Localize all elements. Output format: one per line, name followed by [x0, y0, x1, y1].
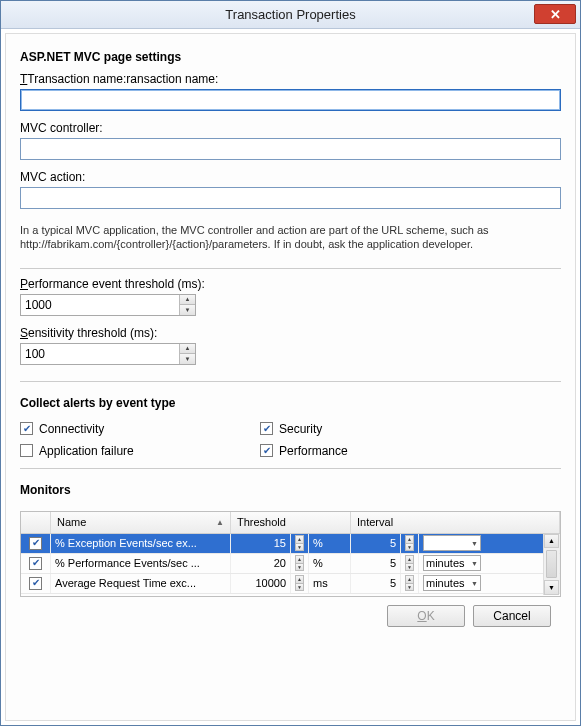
spinner-up-icon[interactable]: ▲ — [180, 295, 195, 306]
security-checkbox-row[interactable]: Security — [260, 422, 500, 436]
row-checkbox[interactable] — [29, 557, 42, 570]
col-header-check[interactable] — [21, 512, 51, 533]
monitors-header: Name ▲ Threshold Interval — [21, 512, 560, 534]
mvc-action-label: MVC action: — [20, 170, 561, 184]
row-interval-unit-select[interactable]: minutes▼ — [423, 575, 481, 591]
mvc-controller-input[interactable] — [20, 138, 561, 160]
transaction-name-input[interactable] — [20, 89, 561, 111]
separator-3 — [20, 468, 561, 469]
spinner-up-icon[interactable]: ▲ — [180, 344, 195, 355]
spinner-up-icon[interactable]: ▲ — [295, 535, 304, 543]
separator-2 — [20, 381, 561, 382]
perf-threshold-field: Performance event threshold (ms): ▲ ▼ — [20, 277, 561, 316]
spinner-down-icon[interactable]: ▼ — [295, 543, 304, 552]
monitors-body: % Exception Events/sec ex...15▲▼%5▲▼minu… — [21, 534, 560, 596]
scroll-down-icon[interactable]: ▼ — [544, 580, 559, 595]
row-name: % Exception Events/sec ex... — [51, 534, 231, 553]
mvc-action-field: MVC action: — [20, 170, 561, 209]
spinner-up-icon[interactable]: ▲ — [295, 555, 304, 563]
spinner-down-icon[interactable]: ▼ — [180, 305, 195, 315]
dialog-footer: OK Cancel — [20, 597, 561, 635]
row-threshold-value[interactable]: 10000 — [231, 574, 291, 593]
row-interval-value[interactable]: 5 — [351, 574, 401, 593]
connectivity-checkbox-row[interactable]: Connectivity — [20, 422, 260, 436]
alerts-heading: Collect alerts by event type — [20, 396, 561, 410]
row-interval-unit-select[interactable]: minutes▼ — [423, 555, 481, 571]
chevron-down-icon: ▼ — [471, 540, 478, 547]
transaction-name-field: TTransaction name:Transaction name:ransa… — [20, 72, 561, 111]
spinner-down-icon[interactable]: ▼ — [405, 543, 414, 552]
table-row[interactable]: Average Request Time exc...10000▲▼ms5▲▼m… — [21, 574, 560, 594]
spinner-down-icon[interactable]: ▼ — [295, 563, 304, 572]
page-settings-heading: ASP.NET MVC page settings — [20, 50, 561, 64]
close-button[interactable]: ✕ — [534, 4, 576, 24]
dialog-window: Transaction Properties ✕ ASP.NET MVC pag… — [0, 0, 581, 726]
close-icon: ✕ — [550, 7, 561, 22]
titlebar: Transaction Properties ✕ — [1, 1, 580, 29]
row-threshold-value[interactable]: 15 — [231, 534, 291, 553]
monitors-heading: Monitors — [20, 483, 561, 497]
sens-threshold-input[interactable] — [21, 344, 179, 364]
spinner-down-icon[interactable]: ▼ — [295, 583, 304, 592]
chevron-down-icon: ▼ — [471, 560, 478, 567]
row-threshold-unit: % — [309, 534, 351, 553]
perf-threshold-input[interactable] — [21, 295, 179, 315]
sens-threshold-spinner[interactable]: ▲ ▼ — [20, 343, 196, 365]
monitors-scrollbar[interactable]: ▲ ▼ — [543, 534, 559, 595]
perf-threshold-label: Performance event threshold (ms): — [20, 277, 561, 291]
performance-checkbox[interactable] — [260, 444, 273, 457]
spinner-down-icon[interactable]: ▼ — [180, 354, 195, 364]
row-interval-value[interactable]: 5 — [351, 534, 401, 553]
performance-checkbox-row[interactable]: Performance — [260, 444, 500, 458]
dialog-content: ASP.NET MVC page settings TTransaction n… — [5, 33, 576, 721]
separator-1 — [20, 268, 561, 269]
chevron-down-icon: ▼ — [471, 580, 478, 587]
row-interval-value[interactable]: 5 — [351, 554, 401, 573]
mvc-controller-label: MVC controller: — [20, 121, 561, 135]
window-title: Transaction Properties — [1, 7, 580, 22]
col-header-interval[interactable]: Interval — [351, 512, 560, 533]
col-header-name[interactable]: Name ▲ — [51, 512, 231, 533]
spinner-up-icon[interactable]: ▲ — [295, 575, 304, 583]
row-threshold-value[interactable]: 20 — [231, 554, 291, 573]
mvc-controller-field: MVC controller: — [20, 121, 561, 160]
scroll-up-icon[interactable]: ▲ — [544, 534, 559, 549]
row-name: % Performance Events/sec ... — [51, 554, 231, 573]
col-header-threshold[interactable]: Threshold — [231, 512, 351, 533]
spinner-down-icon[interactable]: ▼ — [405, 563, 414, 572]
row-threshold-unit: % — [309, 554, 351, 573]
cancel-button[interactable]: Cancel — [473, 605, 551, 627]
scroll-thumb[interactable] — [546, 550, 557, 578]
table-row[interactable]: % Performance Events/sec ...20▲▼%5▲▼minu… — [21, 554, 560, 574]
sens-threshold-label: Sensitivity threshold (ms): — [20, 326, 561, 340]
row-checkbox[interactable] — [29, 537, 42, 550]
connectivity-label: Connectivity — [39, 422, 104, 436]
appfail-label: Application failure — [39, 444, 134, 458]
performance-label: Performance — [279, 444, 348, 458]
row-threshold-unit: ms — [309, 574, 351, 593]
sens-threshold-field: Sensitivity threshold (ms): ▲ ▼ — [20, 326, 561, 365]
appfail-checkbox[interactable] — [20, 444, 33, 457]
ok-button[interactable]: OK — [387, 605, 465, 627]
spinner-up-icon[interactable]: ▲ — [405, 575, 414, 583]
spinner-down-icon[interactable]: ▼ — [405, 583, 414, 592]
transaction-name-label: TTransaction name:Transaction name:ransa… — [20, 72, 561, 86]
perf-threshold-spinner[interactable]: ▲ ▼ — [20, 294, 196, 316]
connectivity-checkbox[interactable] — [20, 422, 33, 435]
security-checkbox[interactable] — [260, 422, 273, 435]
row-name: Average Request Time exc... — [51, 574, 231, 593]
spinner-up-icon[interactable]: ▲ — [405, 555, 414, 563]
row-checkbox[interactable] — [29, 577, 42, 590]
table-row[interactable]: % Exception Events/sec ex...15▲▼%5▲▼minu… — [21, 534, 560, 554]
sort-asc-icon: ▲ — [216, 518, 224, 527]
row-interval-unit-select[interactable]: minutes▼ — [423, 535, 481, 551]
security-label: Security — [279, 422, 322, 436]
spinner-up-icon[interactable]: ▲ — [405, 535, 414, 543]
mvc-action-input[interactable] — [20, 187, 561, 209]
monitors-table: Name ▲ Threshold Interval % Exception Ev… — [20, 511, 561, 597]
mvc-help-text: In a typical MVC application, the MVC co… — [20, 223, 561, 252]
appfail-checkbox-row[interactable]: Application failure — [20, 444, 260, 458]
